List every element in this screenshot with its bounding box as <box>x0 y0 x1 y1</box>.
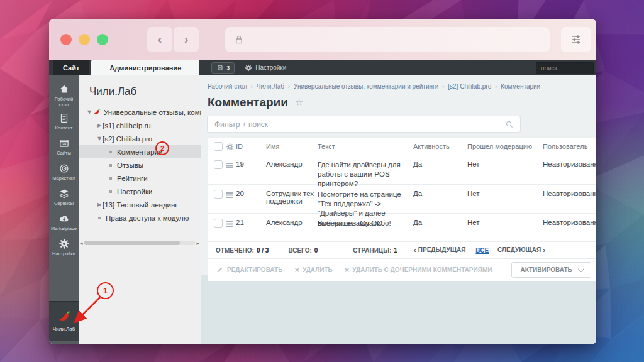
tree-item-label: Отзывы <box>117 162 143 169</box>
tree-item-s1-chilihelp[interactable]: ▶ [s1] chilihelp.ru <box>79 119 201 132</box>
search-icon <box>504 119 514 129</box>
column-header-text[interactable]: Текст <box>318 143 413 150</box>
cell-id: 20 <box>236 190 266 197</box>
prev-page-link[interactable]: ‹ПРЕДЫДУЩАЯ <box>412 246 466 254</box>
tree-item-s2-chililab[interactable]: ▼ [s2] Chililab.pro <box>79 132 201 145</box>
tree-item-label: [s1] chilihelp.ru <box>103 122 151 129</box>
tab-administration[interactable]: Администрирование <box>91 60 199 75</box>
annotation-number: 1 <box>103 286 108 295</box>
table-settings-gear-icon[interactable] <box>226 143 234 151</box>
sidebar-item-desktop[interactable]: Рабочий стол <box>49 81 79 110</box>
column-header-moderated[interactable]: Прошел модерацию <box>467 143 543 150</box>
breadcrumb-link[interactable]: Рабочий стол <box>208 83 247 90</box>
tree-item-comments[interactable]: Комментарии <box>79 145 201 158</box>
activate-dropdown-button[interactable]: АКТИВИРОВАТЬ <box>511 262 591 278</box>
sidebar-item-marketplace[interactable]: Marketplace <box>49 211 79 236</box>
column-header-id[interactable]: ID <box>236 143 266 150</box>
scrollbar-thumb[interactable] <box>84 241 180 245</box>
sidebar-item-services[interactable]: Сервисы <box>49 185 79 211</box>
cell-moderated: Нет <box>467 160 543 168</box>
tree-item-label: [13] Тестовый лендинг <box>103 201 178 209</box>
tree-item-label: Рейтинги <box>117 175 148 182</box>
sidebar-item-label: Сервисы <box>54 201 74 207</box>
page-title: Комментарии <box>208 96 288 109</box>
sidebar-item-chililab[interactable]: Чили.Лаб <box>49 301 79 341</box>
breadcrumb-link[interactable]: Комментарии <box>501 83 540 90</box>
breadcrumb-link[interactable]: [s2] Chililab.pro <box>448 83 491 90</box>
tree-item-ratings[interactable]: Рейтинги <box>79 172 201 185</box>
cloud-icon <box>58 213 70 224</box>
table-pagination: ОТМЕЧЕНО:0 / 3 ВСЕГО:0 СТРАНИЦЫ:1 ‹ПРЕДЫ… <box>208 242 596 259</box>
next-page-link[interactable]: СЛЕДУЮЩАЯ› <box>497 246 547 254</box>
cell-user: Неавторизованный <box>543 190 596 197</box>
forward-button[interactable]: › <box>174 27 199 52</box>
select-all-checkbox[interactable] <box>214 142 223 151</box>
annotation-step-1: 1 <box>97 282 114 299</box>
chevron-down-icon[interactable]: ▼ <box>96 136 103 141</box>
table-header-row: ID Имя Текст Активность Прошел модерацию… <box>208 138 596 155</box>
scroll-right-icon[interactable]: ▸ <box>196 240 199 246</box>
breadcrumb-link[interactable]: Универсальные отзывы, комментарии и рейт… <box>294 83 438 90</box>
cell-text: Где найти драйверы для работы с вашим PO… <box>318 160 413 189</box>
minimize-window-button[interactable] <box>79 34 90 45</box>
layers-icon <box>58 188 70 199</box>
filter-search-input[interactable] <box>208 120 504 129</box>
edit-button[interactable]: РЕДАКТИРОВАТЬ <box>216 266 282 274</box>
row-checkbox[interactable] <box>214 190 223 199</box>
tree-item-universal-reviews[interactable]: ▼ Универсальные отзывы, комментарии и ре… <box>79 106 201 119</box>
notifications-button[interactable]: 3 <box>211 62 235 74</box>
cell-user: Неавторизованный <box>543 219 596 226</box>
desktop-background: ‹ › Сайт Администрирование 3 Настройки <box>0 0 644 362</box>
close-window-button[interactable] <box>60 34 72 45</box>
chevron-right-icon[interactable]: ▶ <box>96 202 103 207</box>
bullet-icon <box>109 190 112 193</box>
favorite-star-icon[interactable]: ☆ <box>295 97 303 108</box>
tree-horizontal-scrollbar[interactable]: ◂ ▸ <box>80 239 199 246</box>
chevron-right-icon[interactable]: ▶ <box>96 123 103 128</box>
tree-item-label: [s2] Chililab.pro <box>103 135 152 143</box>
zoom-window-button[interactable] <box>97 34 108 45</box>
sidebar-item-label: Чили.Лаб <box>53 326 75 332</box>
address-bar[interactable] <box>225 27 550 52</box>
all-pages-link[interactable]: ВСЕ <box>475 247 489 254</box>
sidebar-item-settings[interactable]: Настройки <box>49 236 79 261</box>
address-input[interactable] <box>245 35 542 44</box>
column-header-user[interactable]: Пользователь <box>543 143 594 150</box>
tree-item-settings[interactable]: Настройки <box>79 185 201 198</box>
sidebar-item-label: Маркетинг <box>52 176 75 182</box>
tree-item-module-permissions[interactable]: Права доступа к модулю <box>79 211 201 224</box>
row-checkbox[interactable] <box>214 160 223 169</box>
browser-settings-button[interactable] <box>561 27 591 52</box>
scroll-left-icon[interactable]: ◂ <box>80 240 83 246</box>
column-header-active[interactable]: Активность <box>413 143 467 150</box>
topbar-settings-button[interactable]: Настройки <box>245 64 286 72</box>
admin-search-input[interactable] <box>536 62 594 74</box>
cell-active: Да <box>413 219 467 226</box>
row-menu-icon[interactable] <box>226 221 233 222</box>
row-checkbox[interactable] <box>214 219 223 228</box>
browser-titlebar: ‹ › <box>49 19 596 60</box>
tree-item-reviews[interactable]: Отзывы <box>79 158 201 172</box>
sidebar-item-label: Рабочий стол <box>50 97 78 107</box>
browser-window: ‹ › Сайт Администрирование 3 Настройки <box>49 19 596 344</box>
row-menu-icon[interactable] <box>226 163 233 164</box>
cell-name: Александр <box>266 160 318 168</box>
sidebar-item-label: Настройки <box>52 251 75 257</box>
filter-search-box[interactable] <box>208 116 520 132</box>
column-header-name[interactable]: Имя <box>266 143 318 150</box>
sidebar-item-marketing[interactable]: Маркетинг <box>49 160 79 185</box>
back-button[interactable]: ‹ <box>147 27 172 52</box>
chevron-down-icon[interactable]: ▼ <box>86 109 92 115</box>
sidebar-item-label: Контент <box>55 126 73 131</box>
row-menu-icon[interactable] <box>226 192 233 194</box>
sidebar-item-content[interactable]: Контент <box>49 110 79 135</box>
sliders-icon <box>569 33 583 47</box>
module-sidebar: Рабочий стол Контент Сайты Маркетинг Сер… <box>49 75 79 344</box>
delete-with-children-button[interactable]: × УДАЛИТЬ С ДОЧЕРНИМИ КОММЕНТАРИЯМИ <box>345 266 492 274</box>
tree-item-test-landing[interactable]: ▶ [13] Тестовый лендинг <box>79 198 201 211</box>
breadcrumb-link[interactable]: Чили.Лаб <box>257 83 284 90</box>
sidebar-item-sites[interactable]: Сайты <box>49 135 79 160</box>
cell-text: Все, нашел. Спасибо! <box>318 219 413 228</box>
tab-site[interactable]: Сайт <box>53 60 89 75</box>
delete-button[interactable]: × УДАЛИТЬ <box>294 266 332 274</box>
